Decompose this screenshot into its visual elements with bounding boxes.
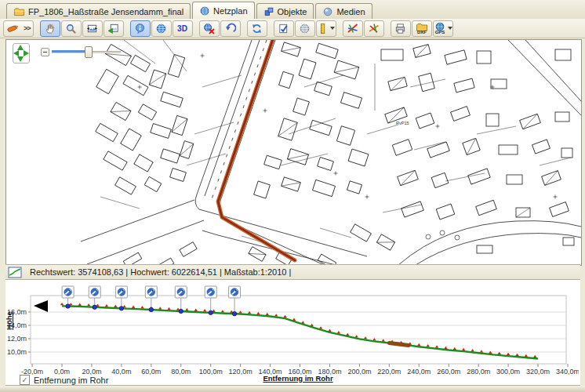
tab-objekte[interactable]: Objekte (256, 3, 314, 19)
tab-strip: FP_1806_Haßstraße Jensendamm_final Netzp… (0, 0, 585, 19)
svg-text:40,0m: 40,0m (111, 368, 131, 376)
window-frame-bottom (0, 386, 585, 392)
blocks-icon (263, 6, 274, 17)
zoom-extents-button[interactable] (82, 20, 103, 37)
print-button[interactable] (391, 20, 411, 37)
dxf-folder-icon: DXF (416, 22, 428, 34)
pan-right-icon[interactable] (24, 50, 29, 56)
folder-icon (13, 6, 25, 16)
image-green-arrow-icon (107, 23, 119, 34)
info-balloon-icon (134, 23, 146, 34)
expand-tools-button[interactable]: >> (21, 21, 33, 36)
section-tool-button[interactable] (343, 20, 363, 37)
hand-icon (44, 23, 56, 34)
section-tool-alt-button[interactable] (364, 20, 384, 37)
globe-red-x-icon (203, 23, 215, 34)
tab-label: Medien (336, 7, 365, 16)
image-arrows-icon (86, 23, 98, 34)
undo-button[interactable] (220, 20, 241, 37)
svg-text:80,0m: 80,0m (171, 368, 191, 376)
chevron-down-icon[interactable] (448, 27, 452, 30)
pan-down-icon[interactable] (17, 56, 24, 62)
pipeline-route-glow (218, 40, 295, 260)
svg-text:220,0m: 220,0m (377, 368, 401, 376)
elevation-profile-panel: 16,0m14,0m12,0m10,0m-20,0m0,0m20,0m40,0m… (5, 280, 580, 386)
zoom-out-button[interactable] (41, 48, 49, 56)
gps-label: GPS (434, 30, 445, 34)
svg-text:12,0m: 12,0m (7, 335, 27, 343)
globe-icon (199, 5, 210, 16)
svg-text:60,0m: 60,0m (141, 368, 161, 376)
check-icon: ✓ (21, 376, 27, 384)
gray-globe-icon (299, 23, 311, 34)
remove-map-button[interactable] (199, 20, 220, 37)
map-view[interactable]: RvP15 (5, 39, 582, 266)
svg-text:280,0m: 280,0m (467, 368, 490, 376)
view-3d-button[interactable]: 3D (173, 20, 193, 37)
info-tool-button[interactable] (130, 20, 151, 37)
pan-up-icon[interactable] (17, 45, 24, 50)
section-lines-alt-icon (368, 22, 380, 34)
main-toolbar: >> (0, 19, 585, 38)
tab-medien[interactable]: Medien (315, 3, 372, 19)
pan-tool-button[interactable] (40, 20, 60, 37)
gps-globe-icon: GPS (434, 22, 446, 34)
gps-import-button[interactable]: GPS (433, 20, 453, 37)
marker-tool-group: >> (3, 20, 34, 37)
chevrons-label: >> (24, 24, 31, 32)
map-label: RvP15 (396, 121, 409, 125)
measure-button[interactable] (316, 20, 336, 37)
3d-label: 3D (177, 24, 187, 33)
web-map-button[interactable] (295, 20, 315, 37)
pipeline-route[interactable] (218, 40, 295, 260)
zoom-slider-handle[interactable] (85, 46, 93, 58)
tab-label: Netzplan (213, 6, 247, 16)
zoom-slider-fill (52, 50, 86, 53)
tab-project-file[interactable]: FP_1806_Haßstraße Jensendamm_final (6, 3, 191, 19)
tab-label: Objekte (278, 7, 307, 16)
chevron-down-icon[interactable] (330, 27, 335, 30)
zoom-slider[interactable] (41, 46, 122, 59)
refresh-button[interactable] (247, 20, 267, 37)
map-labels: RvP15 (396, 121, 409, 125)
svg-text:300,0m: 300,0m (496, 368, 520, 376)
svg-text:260,0m: 260,0m (437, 368, 460, 376)
dxf-label: DXF (417, 30, 427, 34)
elevation-profile-chart: 16,0m14,0m12,0m10,0m-20,0m0,0m20,0m40,0m… (5, 280, 579, 384)
zoom-tool-button[interactable] (61, 20, 82, 37)
sphere-icon (322, 6, 333, 17)
pan-left-icon[interactable] (13, 50, 19, 56)
dxf-export-button[interactable]: DXF (412, 20, 432, 37)
svg-text:240,0m: 240,0m (407, 368, 431, 376)
coordinate-readout: Rechtswert: 3574108,63 | Hochwert: 60226… (30, 267, 291, 277)
section-lines-icon (347, 22, 359, 34)
marker-icon (6, 22, 19, 34)
globe-icon (155, 23, 167, 34)
buildings-and-parcels (96, 40, 574, 265)
ruler-icon (317, 23, 329, 34)
printer-icon (394, 23, 406, 34)
previous-view-button[interactable] (104, 20, 124, 37)
pan-control[interactable] (13, 43, 30, 64)
svg-text:10,0m: 10,0m (7, 348, 27, 356)
tab-netzplan[interactable]: Netzplan (192, 2, 254, 19)
select-objects-button[interactable] (274, 20, 294, 37)
distance-in-pipe-checkbox[interactable]: ✓ (20, 375, 30, 385)
distance-in-pipe-option[interactable]: ✓ Entfernung im Rohr (20, 375, 108, 385)
pipeline-route-core (218, 40, 295, 260)
status-bar: Rechtswert: 3574108,63 | Hochwert: 60226… (5, 264, 580, 280)
x-axis-title: Entfernung im Rohr (263, 374, 332, 383)
cadastral-map[interactable]: RvP15 (6, 40, 581, 265)
undo-arrow-icon (224, 23, 236, 34)
svg-text:120,0m: 120,0m (229, 368, 253, 376)
map-view-button[interactable] (151, 20, 172, 37)
svg-text:320,0m: 320,0m (526, 368, 550, 376)
marker-tool-button[interactable] (4, 21, 21, 36)
checkbox-label: Entfernung im Rohr (34, 376, 108, 385)
tab-label: FP_1806_Haßstraße Jensendamm_final (28, 7, 183, 16)
svg-text:200,0m: 200,0m (347, 368, 371, 376)
svg-text:340,0m: 340,0m (556, 368, 579, 376)
profile-chart-icon[interactable] (8, 267, 22, 278)
svg-text:100,0m: 100,0m (199, 368, 223, 376)
refresh-arrows-icon (251, 23, 263, 34)
